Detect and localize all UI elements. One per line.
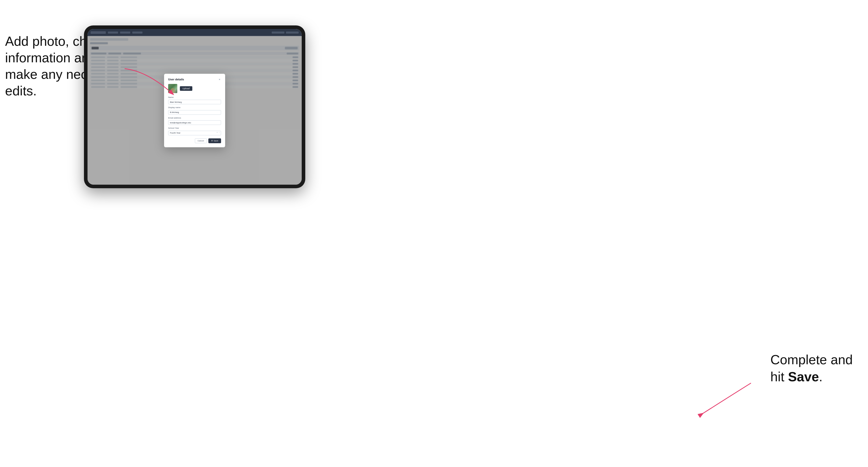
- name-label: Name: [168, 96, 221, 98]
- app-logo: [91, 31, 106, 34]
- profile-photo-thumb: [168, 84, 177, 93]
- email-field-group: Email address: [168, 117, 221, 125]
- nav-item-2: [120, 32, 130, 34]
- profile-photo-image: [168, 84, 177, 93]
- annotation-right: Complete and hit Save.: [770, 351, 853, 385]
- name-input[interactable]: [168, 100, 221, 104]
- annotation-right-line2: hit Save.: [770, 369, 823, 384]
- school-year-clear-button[interactable]: ×: [216, 131, 218, 133]
- display-name-label: Display name: [168, 106, 221, 108]
- cancel-button[interactable]: Cancel: [195, 138, 207, 143]
- school-year-chevron-icon[interactable]: ⌃: [219, 132, 220, 133]
- display-name-input[interactable]: [168, 110, 221, 115]
- arrow-right: [695, 380, 756, 419]
- annotation-right-line1: Complete and: [770, 352, 853, 367]
- upload-photo-button[interactable]: Upload: [180, 86, 192, 91]
- save-icon: ⬆: [211, 139, 213, 142]
- nav-item-3: [132, 32, 143, 34]
- display-name-field-group: Display name: [168, 106, 221, 115]
- email-label: Email address: [168, 117, 221, 119]
- app-nav: [108, 32, 143, 34]
- modal-close-button[interactable]: ×: [218, 78, 221, 81]
- header-right-item-2: [286, 32, 299, 34]
- email-input[interactable]: [168, 120, 221, 125]
- school-year-field-group: School Year × ⌃: [168, 127, 221, 135]
- save-button[interactable]: ⬆ Save: [208, 138, 221, 143]
- school-year-wrapper: × ⌃: [168, 130, 221, 135]
- modal-title: User details: [168, 78, 184, 81]
- app-header: [88, 29, 302, 36]
- school-year-controls: × ⌃: [216, 131, 220, 133]
- nav-item-1: [108, 32, 118, 34]
- photo-section: Upload: [168, 84, 221, 93]
- school-year-label: School Year: [168, 127, 221, 129]
- app-header-right: [272, 32, 299, 34]
- modal-header: User details ×: [168, 78, 221, 81]
- name-field-group: Name: [168, 96, 221, 104]
- modal-overlay: User details × Upload Name: [88, 36, 302, 185]
- tablet-screen: User details × Upload Name: [88, 29, 302, 185]
- user-details-modal: User details × Upload Name: [164, 74, 225, 147]
- modal-footer: Cancel ⬆ Save: [168, 138, 221, 143]
- school-year-input[interactable]: [168, 131, 221, 135]
- header-right-item-1: [272, 32, 284, 34]
- tablet-device: User details × Upload Name: [84, 25, 305, 188]
